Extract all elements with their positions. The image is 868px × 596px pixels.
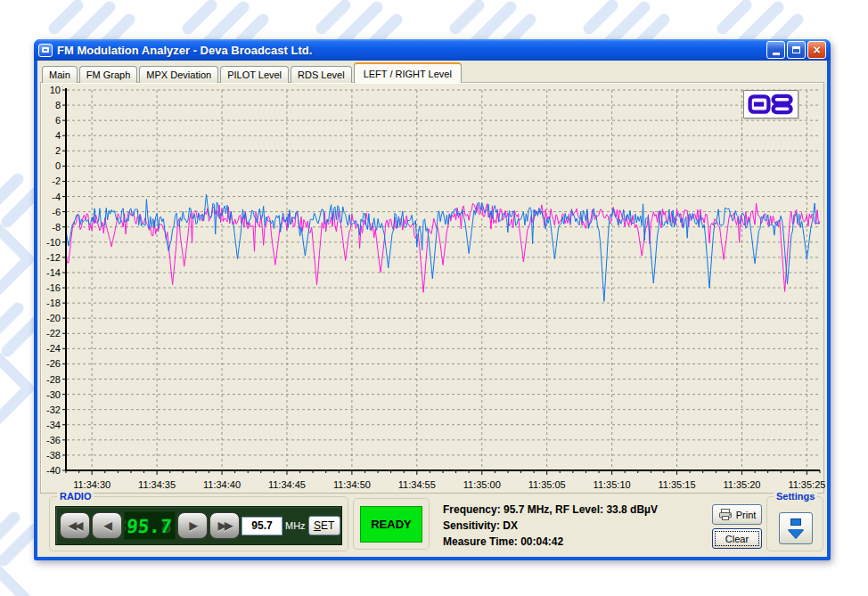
clear-button-label: Clear [725,534,749,544]
svg-text:-22: -22 [46,328,61,339]
svg-text:-12: -12 [46,252,61,263]
frequency-display: 888.8 95.7 [124,511,176,540]
status-frame: READY [353,498,430,550]
svg-text:0: 0 [55,160,61,171]
app-window: FM Modulation Analyzer - Deva Broadcast … [34,39,831,560]
svg-text:11:35:10: 11:35:10 [594,479,631,490]
svg-text:11:34:50: 11:34:50 [333,479,371,490]
step-forward-icon: ▶ [189,519,195,532]
svg-text:-38: -38 [46,450,61,461]
settings-button[interactable] [779,512,813,544]
svg-text:2: 2 [55,145,61,156]
print-button[interactable]: Print [712,504,762,525]
svg-text:10: 10 [50,85,61,95]
title-bar[interactable]: FM Modulation Analyzer - Deva Broadcast … [34,39,831,61]
minimize-icon [773,53,780,55]
mhz-unit-label: MHz [284,520,307,531]
svg-text:-40: -40 [46,465,61,476]
svg-text:11:35:00: 11:35:00 [463,479,501,490]
tab-pilot-level[interactable]: PILOT Level [220,66,289,83]
tab-left-right-level[interactable]: LEFT / RIGHT Level [354,62,462,83]
svg-text:4: 4 [55,130,61,141]
rewind-icon: ◀◀ [69,519,81,532]
svg-text:-6: -6 [52,207,61,217]
svg-text:-30: -30 [46,389,61,400]
chart-panel: 1086420-2-4-6-8-10-12-14-16-18-20-22-24-… [40,82,824,494]
svg-text:-10: -10 [46,237,61,248]
printer-icon [718,509,733,520]
settings-group: Settings [766,496,823,551]
svg-text:-20: -20 [46,313,61,323]
window-title: FM Modulation Analyzer - Deva Broadcast … [57,44,766,57]
svg-text:-26: -26 [46,358,61,369]
tab-label: MPX Deviation [146,69,211,80]
svg-text:-16: -16 [46,282,61,293]
set-frequency-button[interactable]: SET [308,516,340,535]
svg-text:11:35:15: 11:35:15 [659,479,696,490]
svg-text:-36: -36 [46,435,61,445]
svg-text:-32: -32 [46,404,61,415]
settings-group-label: Settings [774,491,817,502]
clear-button[interactable]: Clear [712,528,762,549]
svg-text:-2: -2 [52,176,61,186]
svg-text:-14: -14 [46,267,61,278]
frequency-rf-level-text: Frequency: 95.7 MHz, RF Level: 33.8 dBµV [443,502,658,518]
left-right-level-chart: 1086420-2-4-6-8-10-12-14-16-18-20-22-24-… [41,83,825,494]
sensitivity-text: Sensitivity: DX [443,518,658,534]
close-button[interactable]: × [807,41,826,59]
svg-text:-8: -8 [52,222,61,233]
fast-forward-icon: ▶▶ [218,519,231,532]
svg-text:-4: -4 [52,192,61,202]
svg-text:11:34:35: 11:34:35 [138,479,176,490]
close-icon: × [813,44,820,56]
svg-text:11:34:30: 11:34:30 [73,479,111,490]
down-arrow-icon [791,519,800,525]
tab-mpx-deviation[interactable]: MPX Deviation [139,66,218,83]
down-arrow-icon [788,529,804,538]
svg-text:11:35:05: 11:35:05 [528,479,566,490]
tab-main[interactable]: Main [42,66,78,83]
maximize-icon [792,46,800,53]
tab-strip: Main FM Graph MPX Deviation PILOT Level … [42,62,462,83]
svg-text:-18: -18 [46,298,61,308]
set-button-label: SET [314,519,334,532]
tab-label: Main [49,69,70,80]
svg-text:-28: -28 [46,374,61,385]
tuner-panel: ◀◀ ◀ 888.8 95.7 ▶ ▶▶ MHz SET [55,506,342,545]
frequency-input[interactable] [242,517,283,535]
step-back-icon: ◀ [103,519,110,532]
minimize-button[interactable] [766,41,785,59]
svg-text:11:35:25: 11:35:25 [788,479,825,490]
app-icon [38,44,53,57]
svg-text:-34: -34 [46,420,61,430]
step-down-button[interactable]: ◀ [92,512,122,539]
tab-label: RDS Level [298,69,345,80]
seek-down-button[interactable]: ◀◀ [60,512,90,539]
maximize-button[interactable] [787,41,806,59]
client-area: Main FM Graph MPX Deviation PILOT Level … [37,61,827,557]
svg-text:-24: -24 [46,343,61,354]
deva-broadcast-logo [743,90,798,118]
tab-label: LEFT / RIGHT Level [364,69,452,79]
tab-label: FM Graph [86,69,131,80]
radio-group: RADIO ◀◀ ◀ 888.8 95.7 ▶ ▶▶ MHz SET [49,496,348,551]
measure-time-text: Measure Time: 00:04:42 [443,534,658,550]
tab-label: PILOT Level [227,69,282,80]
svg-text:11:34:40: 11:34:40 [203,479,241,490]
svg-text:8: 8 [55,100,61,110]
step-up-button[interactable]: ▶ [177,512,208,539]
svg-text:11:34:45: 11:34:45 [268,479,306,490]
measurement-readout: Frequency: 95.7 MHz, RF Level: 33.8 dBµV… [443,502,658,550]
status-badge: READY [360,506,422,543]
display-value: 95.7 [126,515,173,538]
print-button-label: Print [736,510,757,520]
svg-text:11:35:20: 11:35:20 [723,479,760,490]
svg-text:11:34:55: 11:34:55 [398,479,436,490]
tab-fm-graph[interactable]: FM Graph [79,66,138,83]
svg-text:6: 6 [55,115,61,126]
seek-up-button[interactable]: ▶▶ [209,512,240,539]
db-logo-icon [748,94,794,115]
radio-group-label: RADIO [57,491,94,502]
tab-rds-level[interactable]: RDS Level [291,66,352,83]
